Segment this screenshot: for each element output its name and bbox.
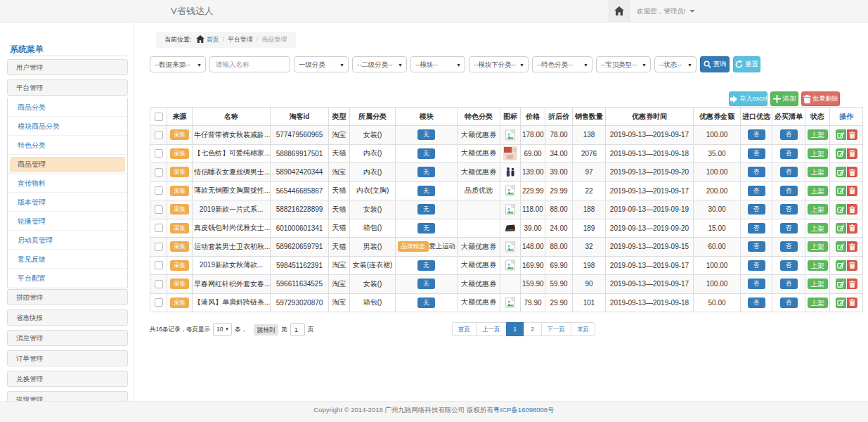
page-size-select[interactable]: 10▼	[213, 323, 232, 336]
delete-button[interactable]	[847, 204, 857, 215]
delete-button[interactable]	[847, 129, 857, 140]
level2-category-select[interactable]: --二级分类--▼	[352, 56, 407, 72]
row-checkbox[interactable]	[155, 131, 163, 139]
import-no-badge[interactable]: 否	[748, 129, 765, 140]
module-subcategory-select[interactable]: --模块下分类--▼	[469, 56, 529, 72]
row-checkbox[interactable]	[155, 168, 163, 177]
must-buy-no-badge[interactable]: 否	[780, 167, 798, 177]
status-on-shelf-button[interactable]: 上架	[808, 148, 828, 159]
must-buy-no-badge[interactable]: 否	[780, 279, 798, 289]
delete-button[interactable]	[847, 148, 857, 159]
row-checkbox[interactable]	[155, 280, 163, 288]
home-button[interactable]	[609, 0, 630, 22]
delete-button[interactable]	[847, 260, 857, 271]
import-no-badge[interactable]: 否	[748, 241, 765, 252]
import-no-badge[interactable]: 否	[748, 279, 765, 289]
edit-button[interactable]	[836, 223, 846, 234]
edit-button[interactable]	[836, 129, 846, 140]
row-checkbox[interactable]	[155, 243, 163, 251]
row-checkbox[interactable]	[155, 205, 163, 214]
sidebar-item-6[interactable]: 兑换管理	[7, 371, 128, 387]
sidebar-item-5[interactable]: 订单管理	[7, 350, 128, 366]
status-select[interactable]: --状态--▼	[654, 56, 697, 72]
status-on-shelf-button[interactable]: 上架	[808, 129, 828, 140]
featured-category-select[interactable]: --特色分类--▼	[532, 56, 592, 72]
jump-page-input[interactable]	[290, 323, 305, 336]
sidebar-subitem-8[interactable]: 意见反馈	[8, 250, 127, 269]
sidebar-item-4[interactable]: 消息管理	[7, 330, 128, 346]
status-on-shelf-button[interactable]: 上架	[808, 223, 828, 234]
must-buy-no-badge[interactable]: 否	[780, 260, 798, 271]
import-no-badge[interactable]: 否	[748, 148, 765, 159]
import-no-badge[interactable]: 否	[748, 204, 765, 215]
sidebar-subitem-1[interactable]: 模块商品分类	[8, 117, 127, 136]
page-2-button[interactable]: 2	[524, 322, 542, 336]
next-page-button[interactable]: 下一页	[541, 322, 572, 336]
reset-button[interactable]: 重置	[733, 56, 760, 72]
name-search-input[interactable]	[209, 56, 290, 72]
import-no-badge[interactable]: 否	[748, 223, 765, 234]
jump-button[interactable]: 跳转到	[254, 324, 279, 335]
delete-button[interactable]	[847, 186, 857, 196]
sidebar-subitem-9[interactable]: 平台配置	[8, 269, 127, 288]
query-button[interactable]: 查询	[700, 56, 730, 72]
must-buy-no-badge[interactable]: 否	[780, 223, 798, 234]
import-no-badge[interactable]: 否	[748, 260, 765, 271]
sidebar-subitem-6[interactable]: 轮播管理	[8, 212, 127, 231]
last-page-button[interactable]: 末页	[571, 322, 595, 336]
edit-button[interactable]	[836, 204, 846, 215]
sidebar-subitem-2[interactable]: 特色分类	[8, 136, 127, 155]
import-excel-button[interactable]: 导入excel	[729, 91, 767, 106]
sidebar-item-2[interactable]: 拼团管理	[7, 289, 128, 305]
icp-link[interactable]: 粤ICP备16098006号	[493, 406, 555, 414]
breadcrumb-home-link[interactable]: 首页	[207, 36, 219, 43]
status-on-shelf-button[interactable]: 上架	[808, 167, 828, 177]
must-buy-no-badge[interactable]: 否	[780, 241, 798, 252]
sidebar-subitem-5[interactable]: 版本管理	[8, 193, 127, 212]
status-on-shelf-button[interactable]: 上架	[808, 279, 828, 289]
must-buy-no-badge[interactable]: 否	[780, 298, 798, 308]
status-on-shelf-button[interactable]: 上架	[808, 260, 828, 271]
status-on-shelf-button[interactable]: 上架	[808, 298, 828, 308]
import-no-badge[interactable]: 否	[748, 167, 765, 177]
user-menu[interactable]: 欢迎您，管理员!	[637, 0, 695, 22]
item-type-select[interactable]: --宝贝类型--▼	[596, 56, 651, 72]
add-button[interactable]: 添加	[770, 91, 798, 106]
delete-button[interactable]	[847, 167, 857, 177]
sidebar-subitem-0[interactable]: 商品分类	[8, 98, 127, 117]
delete-button[interactable]	[847, 223, 857, 234]
edit-button[interactable]	[836, 186, 846, 196]
sidebar-item-0[interactable]: 用户管理	[7, 59, 128, 75]
row-checkbox[interactable]	[155, 186, 163, 195]
level1-category-select[interactable]: 一级分类▼	[294, 56, 349, 72]
sidebar-item-1[interactable]: 平台管理	[7, 79, 128, 96]
batch-delete-button[interactable]: 批量删除	[801, 91, 840, 106]
edit-button[interactable]	[836, 298, 846, 308]
must-buy-no-badge[interactable]: 否	[780, 204, 798, 215]
edit-button[interactable]	[836, 260, 846, 271]
edit-button[interactable]	[836, 241, 846, 252]
row-checkbox[interactable]	[155, 149, 163, 158]
row-checkbox[interactable]	[155, 224, 163, 232]
import-no-badge[interactable]: 否	[748, 298, 765, 308]
edit-button[interactable]	[836, 279, 846, 289]
delete-button[interactable]	[847, 241, 857, 252]
edit-button[interactable]	[836, 167, 846, 177]
sidebar-subitem-4[interactable]: 宣传物料	[8, 174, 127, 193]
delete-button[interactable]	[847, 279, 857, 289]
row-checkbox[interactable]	[155, 298, 163, 307]
sidebar-subitem-7[interactable]: 启动页管理	[8, 231, 127, 250]
prev-page-button[interactable]: 上一页	[476, 322, 507, 336]
sidebar-subitem-3[interactable]: 商品管理	[8, 155, 127, 174]
status-on-shelf-button[interactable]: 上架	[808, 186, 828, 196]
page-1-button[interactable]: 1	[506, 322, 524, 336]
sidebar-item-7[interactable]: 提现管理	[7, 391, 128, 401]
must-buy-no-badge[interactable]: 否	[780, 129, 798, 140]
delete-button[interactable]	[847, 298, 857, 308]
status-on-shelf-button[interactable]: 上架	[808, 204, 828, 215]
module-select[interactable]: --模块--▼	[410, 56, 465, 72]
first-page-button[interactable]: 首页	[452, 322, 477, 336]
import-no-badge[interactable]: 否	[748, 186, 765, 196]
must-buy-no-badge[interactable]: 否	[780, 148, 798, 159]
row-checkbox[interactable]	[155, 261, 163, 269]
